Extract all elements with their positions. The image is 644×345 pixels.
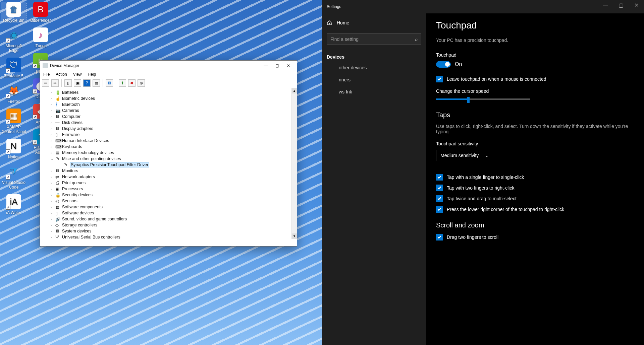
update-driver-button[interactable]: 🖥	[106, 79, 113, 87]
dm-maximize-button[interactable]: ▢	[271, 62, 283, 70]
checkbox-single-tap[interactable]	[436, 174, 443, 181]
tree-node[interactable]: ›▯Software devices	[43, 210, 297, 216]
scan-button[interactable]: ▤	[93, 79, 100, 87]
nav-item[interactable]: nners	[322, 74, 426, 86]
tree-node[interactable]: ⌄🖱Mice and other pointing devices	[43, 156, 297, 162]
desktop-icon-firefox[interactable]: 🦊↗Firefox	[1, 83, 26, 104]
dm-titlebar[interactable]: Device Manager ― ▢ ✕	[40, 61, 297, 71]
tree-node[interactable]: ›🖥Monitors	[43, 168, 297, 174]
desktop-icon-recycle-bin[interactable]: 🗑Recycle Bin	[1, 2, 26, 23]
tree-node[interactable]: ›⇄Network adapters	[43, 174, 297, 180]
settings-window: Settings ― ▢ ✕ Home Find a setting ⌕ Dev…	[322, 0, 644, 345]
tree-node[interactable]: ›▦Software components	[43, 204, 297, 210]
chk2-label: Tap with two fingers to right-click	[447, 185, 515, 191]
settings-content: Touchpad Your PC has a precision touchpa…	[426, 0, 644, 345]
search-placeholder: Find a setting	[330, 37, 359, 42]
nav-item[interactable]: other devices	[322, 62, 426, 74]
chk4-label: Press the lower right corner of the touc…	[447, 207, 564, 212]
tree-node[interactable]: ›▣Processors	[43, 186, 297, 192]
tree-node[interactable]: ›🖥Computer	[43, 114, 297, 120]
dm-minimize-button[interactable]: ―	[260, 62, 271, 70]
sensitivity-combo[interactable]: Medium sensitivity⌄	[436, 150, 493, 161]
dm-close-button[interactable]: ✕	[283, 62, 294, 70]
tree-node[interactable]: ›◎Sensors	[43, 198, 297, 204]
help-button[interactable]: ?	[83, 79, 91, 87]
tree-node[interactable]: ›⌨Keyboards	[43, 144, 297, 150]
desktop-icon-notion[interactable]: N↗Notion	[1, 139, 26, 159]
settings-titlebar[interactable]: Settings	[322, 0, 644, 13]
scroll-heading: Scroll and zoom	[436, 221, 634, 229]
tree-node[interactable]: 🖱Synaptics PrecisionTouchpad Filter Driv…	[43, 162, 297, 168]
desktop-icon-ia-writer[interactable]: iA↗iA Writer	[1, 194, 26, 215]
dm-toolbar: ⬅ ➡ ▯ ▣ ? ▤ 🖥 ⬆ ✖ ⊕	[40, 78, 297, 88]
settings-title: Settings	[327, 4, 341, 9]
enable-button[interactable]: ⬆	[119, 79, 126, 87]
tree-node[interactable]: ›▯Firmware	[43, 132, 297, 138]
show-hidden-button[interactable]: ▯	[64, 79, 72, 87]
scan-changes-button[interactable]: ⊕	[138, 79, 145, 87]
tree-node[interactable]: ›🖨Print queues	[43, 180, 297, 186]
checkbox-leave-on[interactable]	[436, 76, 443, 82]
tree-node[interactable]: ›—Disk drives	[43, 120, 297, 126]
menu-help[interactable]: Help	[88, 72, 96, 77]
nav-section-devices: Devices	[322, 50, 426, 62]
taps-desc: Use taps to click, right-click, and sele…	[436, 124, 634, 134]
tree-node[interactable]: ›▤Memory technology devices	[43, 150, 297, 156]
tree-node[interactable]: ›🔋Batteries	[43, 89, 297, 95]
leave-on-label: Leave touchpad on when a mouse is connec…	[447, 76, 546, 82]
desktop-icon-xampp-control-panel[interactable]: ▦↗XAMPP Control Panel	[1, 109, 26, 134]
sensitivity-value: Medium sensitivity	[440, 153, 479, 158]
chk1-label: Tap with a single finger to single-click	[447, 175, 524, 180]
tree-node[interactable]: ›🖥Display adapters	[43, 126, 297, 132]
settings-nav: Home Find a setting ⌕ Devices other devi…	[322, 0, 426, 345]
nav-home[interactable]: Home	[322, 17, 426, 29]
minimize-button[interactable]: ―	[598, 0, 613, 10]
checkbox-corner-click[interactable]	[436, 206, 443, 213]
dm-title: Device Manager	[50, 63, 79, 68]
maximize-button[interactable]: ▢	[613, 0, 629, 10]
checkbox-two-finger[interactable]	[436, 185, 443, 191]
nav-item[interactable]: ws Ink	[322, 86, 426, 98]
properties-button[interactable]: ▣	[74, 79, 81, 87]
desktop-icon-microsoft-edge[interactable]: ◉↗Microsoft Edge	[1, 27, 26, 53]
checkbox-tap-drag[interactable]	[436, 195, 443, 202]
back-button[interactable]: ⬅	[42, 79, 49, 87]
device-tree[interactable]: ›🔋Batteries›☝Biometric devices›ᚼBluetoot…	[40, 88, 297, 239]
menu-file[interactable]: File	[43, 72, 50, 77]
checkbox-two-finger-scroll[interactable]	[436, 234, 443, 240]
tree-node[interactable]: ›☝Biometric devices	[43, 95, 297, 101]
forward-button[interactable]: ➡	[51, 79, 59, 87]
scrollbar[interactable]: ▲▼	[291, 88, 297, 239]
tree-node[interactable]: ›📷Cameras	[43, 108, 297, 114]
cursor-speed-label: Change the cursor speed	[436, 88, 634, 94]
desktop-icon-bitdefender[interactable]: BBitdefender	[28, 2, 53, 23]
taps-heading: Taps	[436, 111, 634, 119]
page-title: Touchpad	[436, 20, 634, 31]
home-icon	[327, 20, 332, 25]
precision-text: Your PC has a precision touchpad.	[436, 38, 634, 43]
nav-home-label: Home	[337, 20, 349, 25]
tree-node[interactable]: ›ᚼBluetooth	[43, 101, 297, 108]
dm-menubar: FileActionViewHelp	[40, 71, 297, 78]
cursor-speed-slider[interactable]	[436, 98, 530, 100]
desktop-icon-itunes[interactable]: ♪iTunes	[28, 27, 53, 48]
close-button[interactable]: ✕	[629, 0, 644, 10]
dm-statusbar	[40, 239, 297, 246]
search-input[interactable]: Find a setting ⌕	[327, 33, 421, 45]
touchpad-toggle[interactable]	[436, 61, 451, 68]
menu-action[interactable]: Action	[56, 72, 67, 77]
toggle-state: On	[455, 61, 462, 67]
tree-node[interactable]: ›◇Storage controllers	[43, 222, 297, 228]
tree-node[interactable]: ›ΨUniversal Serial Bus controllers	[43, 234, 297, 239]
touchpad-label: Touchpad	[436, 52, 634, 58]
chk5-label: Drag two fingers to scroll	[447, 234, 498, 240]
tree-node[interactable]: ›🔒Security devices	[43, 192, 297, 198]
uninstall-button[interactable]: ✖	[128, 79, 136, 87]
tree-node[interactable]: ›🖥System devices	[43, 228, 297, 234]
sensitivity-label: Touchpad sensitivity	[436, 141, 634, 146]
tree-node[interactable]: ›🔊Sound, video and game controllers	[43, 216, 297, 222]
desktop-icon-zenmate-5[interactable]: 🛡↗ZenMate 5	[1, 58, 26, 78]
menu-view[interactable]: View	[73, 72, 82, 77]
desktop-icon-visual-studio-code[interactable]: ⧩↗Visual Studio Code	[1, 164, 26, 190]
tree-node[interactable]: ›⌨Human Interface Devices	[43, 138, 297, 144]
